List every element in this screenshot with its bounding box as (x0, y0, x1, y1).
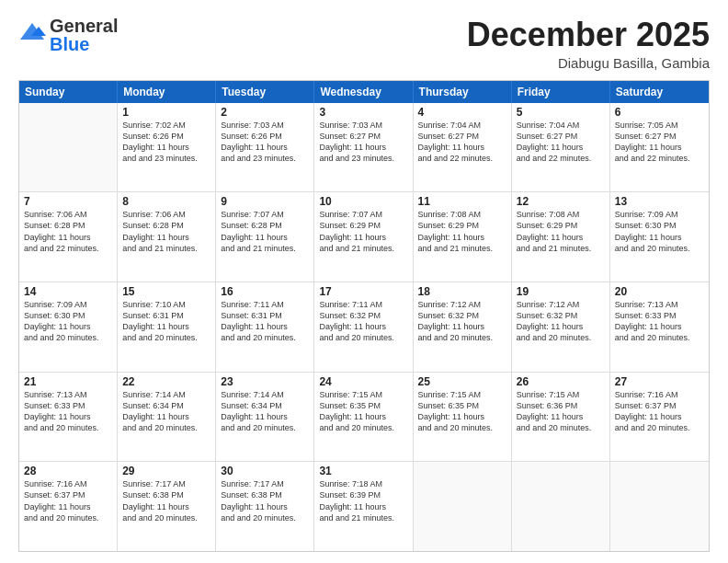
daylight-text: Daylight: 11 hours (122, 142, 210, 153)
daylight-text: Daylight: 11 hours (221, 321, 309, 332)
daylight-text: Daylight: 11 hours (615, 142, 704, 153)
day-number: 26 (517, 375, 605, 388)
calendar-cell: 8Sunrise: 7:06 AMSunset: 6:28 PMDaylight… (118, 192, 216, 282)
day-number: 7 (24, 195, 112, 208)
sunrise-text: Sunrise: 7:15 AM (517, 389, 605, 400)
day-number: 31 (319, 465, 407, 477)
calendar-cell (610, 462, 709, 551)
daylight-text-2: and and 21 minutes. (319, 243, 407, 254)
sunset-text: Sunset: 6:29 PM (319, 220, 407, 231)
sunrise-text: Sunrise: 7:13 AM (24, 389, 112, 400)
calendar-cell (414, 462, 512, 551)
daylight-text: Daylight: 11 hours (319, 142, 407, 153)
sunset-text: Sunset: 6:28 PM (24, 220, 112, 231)
daylight-text: Daylight: 11 hours (221, 501, 309, 512)
calendar-cell (19, 103, 118, 192)
sunrise-text: Sunrise: 7:14 AM (221, 389, 309, 400)
daylight-text-2: and and 20 minutes. (221, 422, 309, 433)
sunrise-text: Sunrise: 7:15 AM (319, 389, 407, 400)
daylight-text-2: and and 20 minutes. (319, 332, 407, 343)
daylight-text-2: and and 20 minutes. (418, 422, 506, 433)
daylight-text: Daylight: 11 hours (517, 142, 605, 153)
daylight-text-2: and and 21 minutes. (418, 243, 506, 254)
sunset-text: Sunset: 6:30 PM (615, 220, 704, 231)
weekday-header-friday: Friday (512, 81, 610, 103)
daylight-text: Daylight: 11 hours (418, 411, 506, 422)
calendar: SundayMondayTuesdayWednesdayThursdayFrid… (18, 80, 710, 552)
day-number: 13 (615, 195, 704, 208)
day-number: 29 (122, 465, 210, 477)
calendar-cell: 11Sunrise: 7:08 AMSunset: 6:29 PMDayligh… (414, 192, 512, 282)
daylight-text: Daylight: 11 hours (319, 232, 407, 243)
sunset-text: Sunset: 6:27 PM (319, 131, 407, 142)
day-number: 19 (517, 285, 605, 298)
weekday-header-tuesday: Tuesday (216, 81, 314, 103)
sunset-text: Sunset: 6:33 PM (24, 400, 112, 411)
sunset-text: Sunset: 6:38 PM (122, 489, 210, 500)
calendar-cell: 3Sunrise: 7:03 AMSunset: 6:27 PMDaylight… (314, 103, 413, 192)
sunrise-text: Sunrise: 7:09 AM (615, 209, 704, 220)
day-number: 15 (122, 285, 210, 298)
sunrise-text: Sunrise: 7:08 AM (418, 209, 506, 220)
daylight-text: Daylight: 11 hours (24, 321, 112, 332)
daylight-text: Daylight: 11 hours (122, 501, 210, 512)
daylight-text-2: and and 20 minutes. (122, 512, 210, 523)
calendar-cell: 28Sunrise: 7:16 AMSunset: 6:37 PMDayligh… (19, 462, 118, 551)
sunset-text: Sunset: 6:28 PM (221, 220, 309, 231)
calendar-cell: 29Sunrise: 7:17 AMSunset: 6:38 PMDayligh… (118, 462, 216, 551)
calendar-cell: 18Sunrise: 7:12 AMSunset: 6:32 PMDayligh… (414, 282, 512, 372)
daylight-text: Daylight: 11 hours (517, 411, 605, 422)
calendar-cell: 16Sunrise: 7:11 AMSunset: 6:31 PMDayligh… (216, 282, 314, 372)
weekday-header-wednesday: Wednesday (314, 81, 413, 103)
calendar-cell: 21Sunrise: 7:13 AMSunset: 6:33 PMDayligh… (19, 373, 118, 462)
sunrise-text: Sunrise: 7:03 AM (319, 120, 407, 131)
calendar-row-5: 28Sunrise: 7:16 AMSunset: 6:37 PMDayligh… (19, 461, 709, 551)
sunset-text: Sunset: 6:29 PM (418, 220, 506, 231)
daylight-text-2: and and 20 minutes. (24, 332, 112, 343)
sunrise-text: Sunrise: 7:04 AM (418, 120, 506, 131)
daylight-text: Daylight: 11 hours (418, 142, 506, 153)
sunrise-text: Sunrise: 7:12 AM (418, 299, 506, 310)
day-number: 2 (221, 106, 309, 119)
calendar-cell: 17Sunrise: 7:11 AMSunset: 6:32 PMDayligh… (314, 282, 413, 372)
sunrise-text: Sunrise: 7:16 AM (615, 389, 704, 400)
sunset-text: Sunset: 6:33 PM (615, 310, 704, 321)
sunset-text: Sunset: 6:37 PM (615, 400, 704, 411)
title-block: December 2025 Diabugu Basilla, Gambia (467, 17, 710, 71)
daylight-text-2: and and 20 minutes. (122, 332, 210, 343)
sunset-text: Sunset: 6:35 PM (319, 400, 407, 411)
sunset-text: Sunset: 6:38 PM (221, 489, 309, 500)
calendar-cell: 2Sunrise: 7:03 AMSunset: 6:26 PMDaylight… (216, 103, 314, 192)
day-number: 25 (418, 375, 506, 388)
day-number: 23 (221, 375, 309, 388)
day-number: 3 (319, 106, 407, 119)
calendar-cell: 26Sunrise: 7:15 AMSunset: 6:36 PMDayligh… (512, 373, 610, 462)
daylight-text: Daylight: 11 hours (122, 321, 210, 332)
daylight-text: Daylight: 11 hours (615, 411, 704, 422)
sunrise-text: Sunrise: 7:11 AM (221, 299, 309, 310)
sunrise-text: Sunrise: 7:12 AM (517, 299, 605, 310)
daylight-text-2: and and 23 minutes. (122, 153, 210, 164)
calendar-cell: 7Sunrise: 7:06 AMSunset: 6:28 PMDaylight… (19, 192, 118, 282)
calendar-cell: 30Sunrise: 7:17 AMSunset: 6:38 PMDayligh… (216, 462, 314, 551)
day-number: 14 (24, 285, 112, 298)
sunset-text: Sunset: 6:27 PM (418, 131, 506, 142)
calendar-cell: 10Sunrise: 7:07 AMSunset: 6:29 PMDayligh… (314, 192, 413, 282)
daylight-text-2: and and 23 minutes. (319, 153, 407, 164)
sunset-text: Sunset: 6:32 PM (319, 310, 407, 321)
calendar-cell: 6Sunrise: 7:05 AMSunset: 6:27 PMDaylight… (610, 103, 709, 192)
calendar-row-2: 7Sunrise: 7:06 AMSunset: 6:28 PMDaylight… (19, 191, 709, 282)
calendar-cell: 1Sunrise: 7:02 AMSunset: 6:26 PMDaylight… (118, 103, 216, 192)
sunset-text: Sunset: 6:34 PM (221, 400, 309, 411)
sunset-text: Sunset: 6:30 PM (24, 310, 112, 321)
daylight-text: Daylight: 11 hours (615, 321, 704, 332)
calendar-row-3: 14Sunrise: 7:09 AMSunset: 6:30 PMDayligh… (19, 282, 709, 372)
daylight-text: Daylight: 11 hours (221, 232, 309, 243)
calendar-body: 1Sunrise: 7:02 AMSunset: 6:26 PMDaylight… (19, 103, 709, 551)
day-number: 4 (418, 106, 506, 119)
sunset-text: Sunset: 6:36 PM (517, 400, 605, 411)
sunrise-text: Sunrise: 7:02 AM (122, 120, 210, 131)
calendar-cell: 4Sunrise: 7:04 AMSunset: 6:27 PMDaylight… (414, 103, 512, 192)
sunrise-text: Sunrise: 7:18 AM (319, 478, 407, 489)
sunrise-text: Sunrise: 7:15 AM (418, 389, 506, 400)
